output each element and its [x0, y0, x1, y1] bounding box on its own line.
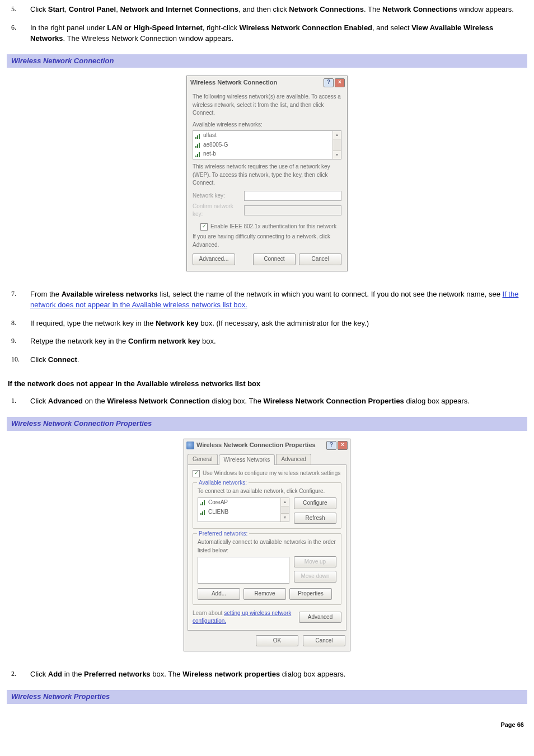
- use-windows-checkbox[interactable]: ✓: [193, 470, 200, 477]
- step-number: 8.: [7, 318, 30, 329]
- confirm-key-input: [244, 205, 341, 215]
- step-number: 7.: [7, 289, 30, 311]
- scroll-up-icon[interactable]: ▴: [281, 498, 289, 506]
- section-bar-wnc: Wireless Network Connection: [7, 54, 527, 68]
- help-icon[interactable]: ?: [324, 78, 334, 87]
- close-icon[interactable]: ×: [335, 78, 345, 87]
- dialog1-titlebar: Wireless Network Connection ? ×: [187, 76, 347, 88]
- scroll-down-icon[interactable]: ▾: [281, 513, 289, 522]
- ieee-label: Enable IEEE 802.1x authentication for th…: [210, 223, 336, 231]
- scroll-up-icon[interactable]: ▴: [333, 131, 341, 139]
- tab-advanced[interactable]: Advanced: [276, 454, 311, 465]
- properties-button[interactable]: Properties: [289, 588, 332, 600]
- signal-icon: [200, 500, 205, 505]
- refresh-button[interactable]: Refresh: [294, 513, 336, 524]
- step-number: 5.: [7, 4, 30, 15]
- ieee-checkbox[interactable]: ✓: [200, 223, 208, 231]
- step-list-b: 7.From the Available wireless networks l…: [7, 289, 527, 365]
- dialog-wireless-connection: Wireless Network Connection ? × The foll…: [186, 76, 348, 271]
- network-key-input[interactable]: [244, 191, 341, 201]
- advanced-hint: If you are having difficulty connecting …: [193, 233, 341, 249]
- cancel-button[interactable]: Cancel: [299, 253, 341, 265]
- preferred-networks-listbox[interactable]: [198, 557, 289, 584]
- movedown-button: Move down: [294, 571, 336, 583]
- network-row[interactable]: ae8005-G: [193, 140, 341, 150]
- tabstrip: GeneralWireless NetworksAdvanced: [184, 452, 350, 465]
- figure-dialog2: Wireless Network Connection Properties ?…: [7, 439, 527, 652]
- list-item: 8.If required, type the network key in t…: [7, 318, 527, 329]
- help-icon[interactable]: ?: [326, 441, 336, 450]
- wep-hint: This wireless network requires the use o…: [193, 163, 341, 187]
- step-content: Retype the network key in the Confirm ne…: [30, 336, 527, 347]
- learn-text: Learn about setting up wireless network …: [193, 609, 299, 626]
- preferred-legend: Preferred networks:: [197, 530, 249, 538]
- preferred-hint: Automatically connect to available netwo…: [198, 538, 336, 555]
- available-hint: To connect to an available network, clic…: [198, 487, 336, 496]
- tab-general[interactable]: General: [188, 454, 218, 465]
- preferred-networks-group: Preferred networks: Automatically connec…: [193, 533, 341, 605]
- step-number: 6.: [7, 23, 30, 44]
- tab-wireless-networks[interactable]: Wireless Networks: [219, 454, 275, 466]
- step-number: 10.: [7, 355, 30, 365]
- step-content: Click Advanced on the Wireless Network C…: [30, 396, 527, 407]
- advanced-button[interactable]: Advanced...: [193, 253, 235, 265]
- available-networks-listbox[interactable]: CoreAPCLIENB ▴ ▾: [198, 497, 289, 522]
- connect-button[interactable]: Connect: [253, 253, 296, 265]
- available-legend: Available networks:: [197, 479, 249, 487]
- signal-icon: [200, 509, 205, 515]
- remove-button[interactable]: Remove: [243, 588, 286, 600]
- use-windows-label: Use Windows to configure my wireless net…: [203, 469, 340, 478]
- cancel2-button[interactable]: Cancel: [303, 635, 345, 647]
- moveup-button: Move up: [294, 556, 336, 568]
- confirm-key-label: Confirm network key:: [193, 203, 244, 219]
- step-number: 1.: [7, 396, 30, 407]
- step-content: If required, type the network key in the…: [30, 318, 527, 329]
- step-content: Click Add in the Preferred networks box.…: [30, 669, 527, 680]
- heading-not-appear: If the network does not appear in the Av…: [8, 379, 527, 389]
- step-content: In the right panel under LAN or High-Spe…: [30, 23, 527, 44]
- network-row[interactable]: CLIENB: [198, 508, 289, 517]
- list-item: 7.From the Available wireless networks l…: [7, 289, 527, 311]
- step-content: Click Start, Control Panel, Network and …: [30, 4, 527, 15]
- dialog2-titlebar: Wireless Network Connection Properties ?…: [184, 439, 350, 452]
- list-item: 1.Click Advanced on the Wireless Network…: [7, 396, 527, 407]
- network-row[interactable]: ulfast: [193, 131, 341, 140]
- step-list-d: 2.Click Add in the Preferred networks bo…: [7, 669, 527, 680]
- add-button[interactable]: Add...: [198, 588, 240, 600]
- signal-icon: [195, 133, 200, 139]
- configure-button[interactable]: Configure: [294, 497, 336, 509]
- dialog2-title: Wireless Network Connection Properties: [196, 441, 316, 450]
- available-label: Available wireless networks:: [193, 121, 341, 129]
- dialog1-title: Wireless Network Connection: [190, 78, 277, 87]
- network-row[interactable]: CoreAP: [198, 498, 289, 508]
- scrollbar[interactable]: ▴ ▾: [280, 498, 289, 522]
- step-list-a: 5.Click Start, Control Panel, Network an…: [7, 4, 527, 44]
- list-item: 10.Click Connect.: [7, 355, 527, 365]
- advanced2-button[interactable]: Advanced: [299, 612, 341, 623]
- close-icon[interactable]: ×: [338, 441, 348, 450]
- section-bar-wnp: Wireless Network Properties: [7, 690, 527, 704]
- section-bar-wncp: Wireless Network Connection Properties: [7, 417, 527, 431]
- list-item: 2.Click Add in the Preferred networks bo…: [7, 669, 527, 680]
- list-item: 6.In the right panel under LAN or High-S…: [7, 23, 527, 44]
- app-icon: [186, 442, 194, 449]
- network-row[interactable]: net-b: [193, 149, 341, 159]
- signal-icon: [195, 152, 200, 157]
- step-content: From the Available wireless networks lis…: [30, 289, 527, 311]
- ok-button[interactable]: OK: [256, 635, 298, 647]
- network-key-label: Network key:: [193, 192, 244, 200]
- scroll-down-icon[interactable]: ▾: [333, 151, 341, 159]
- tab-panel-wireless: ✓ Use Windows to configure my wireless n…: [188, 464, 346, 631]
- page-number: Page 66: [7, 721, 527, 730]
- figure-dialog1: Wireless Network Connection ? × The foll…: [7, 76, 527, 271]
- list-item: 9.Retype the network key in the Confirm …: [7, 336, 527, 347]
- available-networks-list[interactable]: ulfastae8005-Gnet-b ▴ ▾: [193, 130, 341, 159]
- scrollbar[interactable]: ▴ ▾: [332, 131, 341, 159]
- dialog1-hint: The following wireless network(s) are av…: [193, 93, 341, 118]
- step-content: Click Connect.: [30, 355, 527, 365]
- dialog-wireless-properties: Wireless Network Connection Properties ?…: [184, 439, 350, 652]
- step-list-c: 1.Click Advanced on the Wireless Network…: [7, 396, 527, 407]
- available-networks-group: Available networks: To connect to an ava…: [193, 482, 341, 529]
- step-number: 9.: [7, 336, 30, 347]
- signal-icon: [195, 142, 200, 148]
